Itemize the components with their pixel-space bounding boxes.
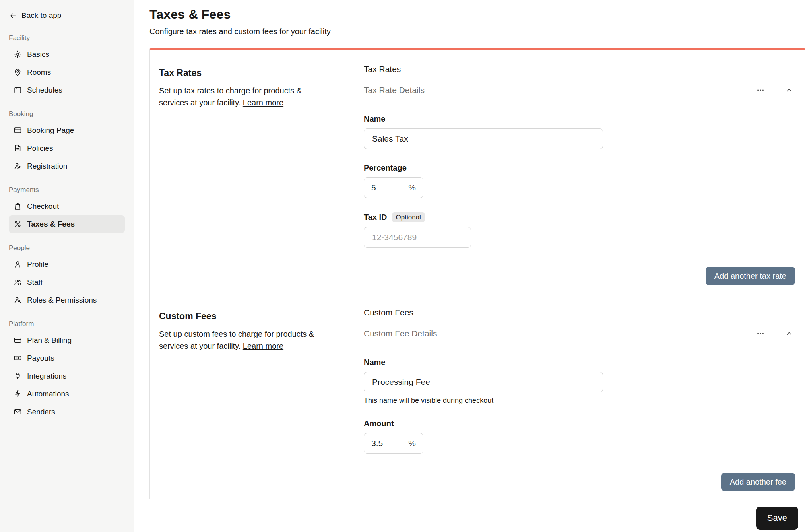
tax-name-input[interactable]	[364, 128, 603, 149]
person-key-icon	[14, 296, 22, 304]
tax-rate-details-title: Tax Rate Details	[364, 85, 425, 95]
gear-icon	[14, 50, 22, 58]
main-content: Taxes & Fees Configure tax rates and cus…	[134, 0, 807, 532]
amount-input[interactable]	[371, 439, 406, 448]
sidebar-item-label: Policies	[27, 144, 53, 153]
add-another-tax-rate-button[interactable]: Add another tax rate	[706, 267, 795, 285]
sidebar-item-label: Staff	[27, 278, 43, 287]
back-arrow-icon	[9, 12, 17, 20]
page-subtitle: Configure tax rates and custom fees for …	[149, 27, 805, 36]
tax-rates-info: Tax Rates Set up tax rates to charge for…	[150, 50, 364, 293]
sidebar-item-schedules[interactable]: Schedules	[9, 81, 125, 99]
page-title: Taxes & Fees	[149, 7, 805, 22]
fee-name-input[interactable]	[364, 372, 603, 392]
sidebar-item-checkout[interactable]: Checkout	[9, 197, 125, 215]
sidebar-item-label: Plan & Billing	[27, 336, 72, 345]
percentage-input[interactable]	[371, 183, 406, 192]
sidebar-item-label: Profile	[27, 260, 48, 269]
chevron-up-icon	[785, 329, 793, 338]
settings-card: Tax Rates Set up tax rates to charge for…	[149, 48, 805, 499]
sidebar-item-staff[interactable]: Staff	[9, 273, 125, 291]
sidebar-item-automations[interactable]: Automations	[9, 385, 125, 403]
amount-label: Amount	[364, 419, 795, 428]
custom-fees-info: Custom Fees Set up custom fees to charge…	[150, 293, 364, 499]
section-title-facility: Facility	[9, 34, 126, 42]
back-to-app-label: Back to app	[21, 11, 61, 20]
amount-input-wrap: %	[364, 433, 423, 454]
tax-rates-panel-title: Tax Rates	[364, 64, 795, 74]
percent-suffix: %	[408, 183, 416, 192]
custom-fee-collapse-button[interactable]	[783, 328, 795, 340]
footer-bar: Save	[149, 499, 805, 532]
add-another-fee-button[interactable]: Add another fee	[721, 473, 795, 491]
custom-fees-panel: Custom Fees Custom Fee Details	[364, 293, 805, 499]
sidebar-item-profile[interactable]: Profile	[9, 255, 125, 273]
percent-suffix: %	[408, 439, 416, 448]
settings-sidebar: Back to app Facility Basics Rooms Schedu…	[0, 0, 134, 532]
ellipsis-icon	[756, 86, 765, 95]
tax-id-input[interactable]	[364, 227, 471, 248]
percentage-label: Percentage	[364, 163, 795, 173]
sidebar-item-taxes-fees[interactable]: Taxes & Fees	[9, 215, 125, 233]
app-window: Back to app Facility Basics Rooms Schedu…	[0, 0, 807, 532]
tax-rates-row: Tax Rates Set up tax rates to charge for…	[150, 50, 805, 293]
chevron-up-icon	[785, 86, 793, 95]
sidebar-item-registration[interactable]: Registration	[9, 157, 125, 175]
person-icon	[14, 260, 22, 268]
custom-fee-details-header: Custom Fee Details	[364, 328, 795, 340]
envelope-icon	[14, 408, 22, 416]
sidebar-item-label: Integrations	[27, 372, 66, 381]
sidebar-item-policies[interactable]: Policies	[9, 139, 125, 157]
tax-name-label: Name	[364, 115, 795, 124]
custom-fees-heading: Custom Fees	[159, 311, 324, 322]
tax-rates-panel: Tax Rates Tax Rate Details	[364, 50, 805, 293]
sidebar-item-basics[interactable]: Basics	[9, 45, 125, 63]
save-button[interactable]: Save	[756, 507, 798, 530]
sidebar-item-roles-permissions[interactable]: Roles & Permissions	[9, 291, 125, 309]
sidebar-item-label: Rooms	[27, 68, 51, 77]
ellipsis-icon	[756, 329, 765, 338]
credit-card-icon	[14, 336, 22, 344]
tax-rates-heading: Tax Rates	[159, 68, 324, 78]
lightning-icon	[14, 390, 22, 398]
browser-icon	[14, 126, 22, 134]
custom-fees-learn-more-link[interactable]: Learn more	[243, 342, 283, 350]
sidebar-item-rooms[interactable]: Rooms	[9, 63, 125, 81]
sidebar-item-label: Taxes & Fees	[27, 220, 75, 229]
tax-rate-collapse-button[interactable]	[783, 84, 795, 96]
tax-rate-options-button[interactable]	[755, 84, 766, 96]
sidebar-item-label: Registration	[27, 162, 67, 171]
page-header: Taxes & Fees Configure tax rates and cus…	[149, 0, 805, 36]
section-title-people: People	[9, 244, 126, 252]
tax-id-label: Tax ID Optional	[364, 212, 795, 222]
sidebar-item-label: Payouts	[27, 354, 54, 363]
sidebar-item-label: Booking Page	[27, 126, 74, 135]
section-title-platform: Platform	[9, 320, 126, 328]
person-edit-icon	[14, 162, 22, 170]
tax-rates-description: Set up tax rates to charge for products …	[159, 85, 324, 109]
sidebar-item-payouts[interactable]: Payouts	[9, 349, 125, 367]
sidebar-item-booking-page[interactable]: Booking Page	[9, 121, 125, 139]
shopping-bag-icon	[14, 202, 22, 210]
fee-name-help-text: This name will be visible during checkou…	[364, 396, 795, 405]
back-to-app-link[interactable]: Back to app	[0, 8, 134, 23]
sidebar-item-label: Basics	[27, 50, 49, 59]
section-title-payments: Payments	[9, 186, 126, 194]
custom-fee-details-title: Custom Fee Details	[364, 329, 437, 338]
sidebar-item-plan-billing[interactable]: Plan & Billing	[9, 331, 125, 349]
sidebar-item-senders[interactable]: Senders	[9, 403, 125, 421]
sidebar-item-label: Senders	[27, 408, 55, 416]
custom-fee-options-button[interactable]	[755, 328, 766, 340]
custom-fees-description: Set up custom fees to charge for product…	[159, 328, 324, 352]
fee-name-label: Name	[364, 358, 795, 367]
plug-icon	[14, 372, 22, 380]
sidebar-item-label: Schedules	[27, 86, 62, 95]
sidebar-item-label: Roles & Permissions	[27, 296, 97, 305]
sidebar-item-integrations[interactable]: Integrations	[9, 367, 125, 385]
tax-rates-learn-more-link[interactable]: Learn more	[243, 98, 283, 107]
custom-fees-description-text: Set up custom fees to charge for product…	[159, 330, 314, 350]
section-title-booking: Booking	[9, 110, 126, 118]
custom-fees-row: Custom Fees Set up custom fees to charge…	[150, 293, 805, 499]
sidebar-item-label: Checkout	[27, 202, 59, 211]
optional-badge: Optional	[392, 212, 425, 222]
